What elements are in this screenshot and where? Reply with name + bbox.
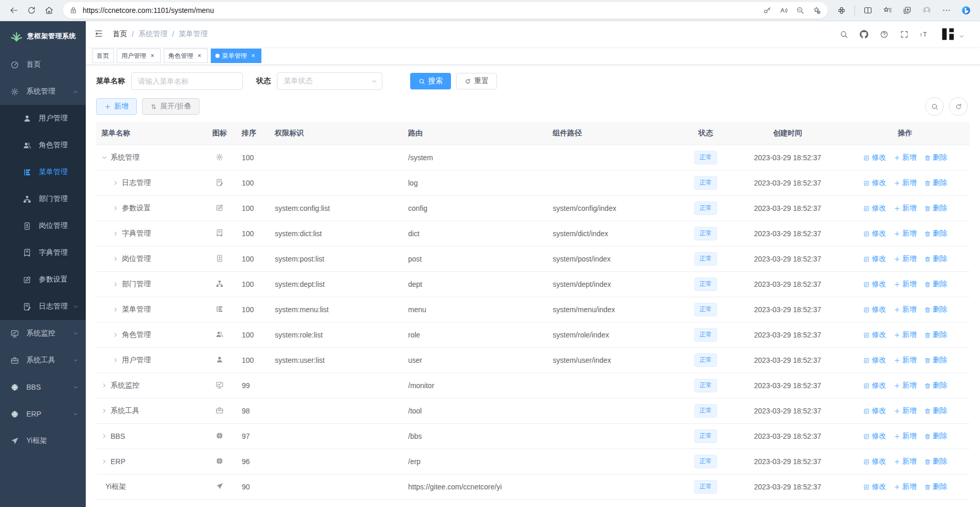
sidebar-item-erp[interactable]: ERP	[0, 401, 86, 427]
more-button[interactable]	[938, 2, 955, 19]
extensions-button[interactable]	[833, 2, 850, 19]
refresh-table-button[interactable]	[949, 97, 968, 116]
app-logo[interactable]: 意框架管理系统	[0, 21, 86, 51]
tab-home[interactable]: 首页	[92, 49, 114, 63]
delete-link[interactable]: 删除	[924, 178, 947, 188]
question-button[interactable]	[880, 30, 889, 39]
delete-link[interactable]: 删除	[924, 381, 947, 390]
tab-menu[interactable]: 菜单管理×	[211, 49, 261, 63]
edit-link[interactable]: 修改	[863, 381, 886, 390]
edit-link[interactable]: 修改	[863, 356, 886, 365]
reload-button[interactable]	[23, 2, 40, 19]
github-button[interactable]	[860, 30, 868, 39]
edit-link[interactable]: 修改	[863, 229, 886, 238]
edit-link[interactable]: 修改	[863, 280, 886, 289]
edit-link[interactable]: 修改	[863, 330, 886, 340]
expand-row-caret[interactable]	[101, 458, 111, 465]
expand-row-caret[interactable]	[113, 281, 122, 287]
back-button[interactable]	[5, 2, 23, 19]
delete-link[interactable]: 删除	[924, 254, 947, 264]
edit-link[interactable]: 修改	[863, 406, 886, 416]
add-child-link[interactable]: 新增	[894, 305, 917, 314]
sidebar-item-menu[interactable]: 菜单管理	[0, 159, 86, 186]
delete-link[interactable]: 删除	[924, 356, 947, 365]
add-child-link[interactable]: 新增	[894, 280, 917, 289]
delete-link[interactable]: 删除	[924, 229, 947, 238]
home-button[interactable]	[40, 2, 58, 19]
delete-link[interactable]: 删除	[924, 482, 947, 491]
bing-button[interactable]	[957, 2, 975, 19]
delete-link[interactable]: 删除	[924, 406, 947, 416]
sidebar-item-system[interactable]: 系统管理	[0, 78, 86, 105]
expand-collapse-button[interactable]: 展开/折叠	[142, 98, 199, 115]
add-child-link[interactable]: 新增	[894, 482, 917, 491]
sidebar-item-tool[interactable]: 系统工具	[0, 347, 86, 374]
tab-close-icon[interactable]: ×	[149, 52, 156, 59]
sidebar-toggle-button[interactable]	[94, 29, 104, 39]
add-child-link[interactable]: 新增	[894, 432, 917, 441]
sidebar-item-dept[interactable]: 部门管理	[0, 186, 86, 212]
sidebar-item-config[interactable]: 参数设置	[0, 266, 86, 293]
delete-link[interactable]: 删除	[924, 330, 947, 340]
delete-link[interactable]: 删除	[924, 280, 947, 289]
sidebar-item-bbs[interactable]: BBS	[0, 374, 86, 401]
read-aloud-button[interactable]	[776, 2, 791, 19]
expand-row-caret[interactable]	[113, 180, 122, 186]
tab-close-icon[interactable]: ×	[250, 52, 257, 59]
add-child-link[interactable]: 新增	[894, 204, 917, 213]
edit-link[interactable]: 修改	[863, 204, 886, 213]
tab-user[interactable]: 用户管理×	[117, 49, 161, 63]
edit-link[interactable]: 修改	[863, 254, 886, 264]
expand-row-caret[interactable]	[113, 256, 122, 262]
add-child-link[interactable]: 新增	[894, 153, 917, 162]
star-plus-button[interactable]	[809, 2, 825, 19]
zoom-out-button[interactable]	[792, 2, 808, 19]
expand-row-caret[interactable]	[101, 382, 111, 389]
menu-name-input[interactable]	[131, 72, 243, 90]
add-child-link[interactable]: 新增	[894, 406, 917, 416]
edit-link[interactable]: 修改	[863, 457, 886, 466]
split-screen-button[interactable]	[859, 2, 877, 19]
profile-button[interactable]	[918, 2, 936, 19]
edit-link[interactable]: 修改	[863, 482, 886, 491]
expand-row-caret[interactable]	[113, 231, 122, 237]
font-size-button[interactable]	[920, 30, 929, 39]
edit-link[interactable]: 修改	[863, 153, 886, 162]
sidebar-item-user[interactable]: 用户管理	[0, 105, 86, 132]
expand-row-caret[interactable]	[113, 332, 122, 338]
delete-link[interactable]: 删除	[924, 153, 947, 162]
sidebar-item-log[interactable]: 日志管理	[0, 293, 86, 320]
reset-button[interactable]: 重置	[456, 73, 497, 89]
fullscreen-button[interactable]	[900, 30, 909, 39]
sidebar-item-dict[interactable]: 字典管理	[0, 239, 86, 266]
hide-search-button[interactable]	[925, 97, 944, 116]
edit-link[interactable]: 修改	[863, 178, 886, 188]
status-select[interactable]: 菜单状态	[277, 72, 382, 90]
delete-link[interactable]: 删除	[924, 204, 947, 213]
breadcrumb-item[interactable]: 首页	[113, 29, 127, 39]
expand-row-caret[interactable]	[113, 357, 122, 363]
add-button[interactable]: 新增	[96, 98, 137, 115]
add-child-link[interactable]: 新增	[894, 356, 917, 365]
collapse-row-caret[interactable]	[101, 155, 111, 161]
expand-row-caret[interactable]	[113, 205, 122, 211]
user-avatar-menu[interactable]	[940, 26, 965, 42]
delete-link[interactable]: 删除	[924, 457, 947, 466]
edit-link[interactable]: 修改	[863, 305, 886, 314]
sidebar-item-yi[interactable]: Yi框架	[0, 427, 86, 454]
add-child-link[interactable]: 新增	[894, 381, 917, 390]
add-child-link[interactable]: 新增	[894, 178, 917, 188]
add-child-link[interactable]: 新增	[894, 457, 917, 466]
sidebar-item-role[interactable]: 角色管理	[0, 132, 86, 159]
collections-button[interactable]	[898, 2, 916, 19]
add-child-link[interactable]: 新增	[894, 330, 917, 340]
address-bar[interactable]: https://ccnetcore.com:1101/system/menu	[63, 2, 828, 19]
add-child-link[interactable]: 新增	[894, 229, 917, 238]
sidebar-item-home[interactable]: 首页	[0, 51, 86, 78]
tab-role[interactable]: 角色管理×	[164, 49, 208, 63]
search-button[interactable]: 搜索	[410, 73, 451, 89]
favorites-button[interactable]	[879, 2, 896, 19]
tab-close-icon[interactable]: ×	[196, 52, 203, 59]
delete-link[interactable]: 删除	[924, 432, 947, 441]
delete-link[interactable]: 删除	[924, 305, 947, 314]
